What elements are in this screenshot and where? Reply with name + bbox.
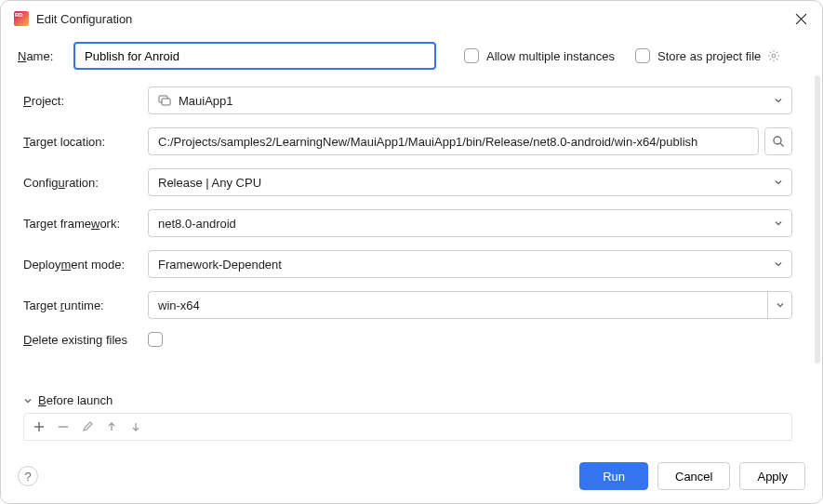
browse-button[interactable] bbox=[764, 127, 792, 155]
csproject-icon bbox=[158, 94, 171, 107]
delete-existing-checkbox[interactable] bbox=[148, 332, 163, 347]
allow-multiple-checkbox[interactable] bbox=[464, 48, 479, 63]
deployment-mode-value: Framework-Dependent bbox=[158, 258, 773, 272]
deployment-mode-row: Deployment mode: Framework-Dependent bbox=[23, 250, 792, 278]
target-runtime-value: win-x64 bbox=[158, 298, 767, 312]
target-location-row: Target location: C:/Projects/samples2/Le… bbox=[23, 127, 792, 155]
scrollbar[interactable] bbox=[815, 75, 820, 364]
project-row: Project: MauiApp1 bbox=[23, 86, 792, 114]
move-up-icon[interactable] bbox=[104, 419, 119, 434]
target-framework-row: Target framework: net8.0-android bbox=[23, 209, 792, 237]
edit-icon[interactable] bbox=[80, 419, 95, 434]
before-launch-label: Before launch bbox=[38, 393, 113, 407]
svg-rect-4 bbox=[162, 99, 170, 105]
target-location-label: Target location: bbox=[23, 135, 148, 149]
target-framework-label: Target framework: bbox=[23, 217, 148, 231]
allow-multiple-group[interactable]: Allow multiple instances bbox=[464, 48, 615, 63]
store-as-project-checkbox[interactable] bbox=[635, 48, 650, 63]
project-label: Project: bbox=[23, 94, 148, 108]
configuration-value: Release | Any CPU bbox=[158, 176, 773, 190]
dialog-title: Edit Configuration bbox=[36, 12, 792, 26]
target-framework-value: net8.0-android bbox=[158, 217, 773, 231]
target-runtime-dropdown-toggle[interactable] bbox=[767, 292, 791, 318]
name-row: Name: Allow multiple instances Store as … bbox=[18, 42, 805, 70]
store-as-project-label: Store as project file bbox=[657, 49, 761, 63]
titlebar: Edit Configuration bbox=[1, 1, 822, 33]
chevron-down-icon bbox=[23, 396, 33, 405]
gear-icon[interactable] bbox=[766, 48, 781, 63]
deployment-mode-dropdown[interactable]: Framework-Dependent bbox=[148, 250, 792, 278]
cancel-button[interactable]: Cancel bbox=[657, 462, 730, 490]
chevron-down-icon bbox=[773, 177, 784, 188]
chevron-down-icon bbox=[775, 299, 786, 311]
help-button[interactable]: ? bbox=[18, 466, 38, 486]
svg-line-6 bbox=[780, 143, 784, 147]
configuration-label: Configuration: bbox=[23, 176, 148, 190]
target-framework-dropdown[interactable]: net8.0-android bbox=[148, 209, 792, 237]
close-icon[interactable] bbox=[792, 10, 809, 27]
add-icon[interactable] bbox=[32, 419, 46, 434]
svg-point-5 bbox=[774, 137, 781, 144]
configuration-dropdown[interactable]: Release | Any CPU bbox=[148, 168, 792, 196]
svg-point-2 bbox=[773, 54, 777, 58]
project-value: MauiApp1 bbox=[179, 94, 773, 108]
run-button[interactable]: Run bbox=[579, 462, 648, 490]
before-launch-header[interactable]: Before launch bbox=[23, 393, 792, 407]
project-dropdown[interactable]: MauiApp1 bbox=[148, 86, 792, 114]
remove-icon[interactable] bbox=[56, 419, 71, 434]
configuration-row: Configuration: Release | Any CPU bbox=[23, 168, 792, 196]
move-down-icon[interactable] bbox=[128, 419, 143, 434]
store-as-project-group[interactable]: Store as project file bbox=[635, 48, 781, 63]
dialog-footer: ? Run Cancel Apply bbox=[1, 451, 822, 503]
target-runtime-label: Target runtime: bbox=[23, 298, 148, 312]
apply-button[interactable]: Apply bbox=[739, 462, 805, 490]
target-runtime-field[interactable]: win-x64 bbox=[148, 291, 792, 319]
edit-configuration-dialog: Edit Configuration Name: Allow multiple … bbox=[0, 0, 823, 504]
target-runtime-row: Target runtime: win-x64 bbox=[23, 291, 792, 319]
target-location-value: C:/Projects/samples2/LearningNew/MauiApp… bbox=[158, 135, 752, 149]
delete-existing-row: Delete existing files bbox=[23, 332, 792, 347]
delete-existing-label: Delete existing files bbox=[23, 333, 148, 347]
rider-app-icon bbox=[14, 11, 29, 26]
chevron-down-icon bbox=[773, 95, 784, 106]
chevron-down-icon bbox=[773, 218, 784, 229]
chevron-down-icon bbox=[773, 259, 784, 270]
name-label: Name: bbox=[18, 49, 73, 63]
target-location-field[interactable]: C:/Projects/samples2/LearningNew/MauiApp… bbox=[148, 127, 759, 155]
before-launch-toolbar bbox=[23, 413, 792, 441]
allow-multiple-label: Allow multiple instances bbox=[486, 49, 615, 63]
deployment-mode-label: Deployment mode: bbox=[23, 258, 148, 272]
name-input[interactable] bbox=[73, 42, 436, 70]
